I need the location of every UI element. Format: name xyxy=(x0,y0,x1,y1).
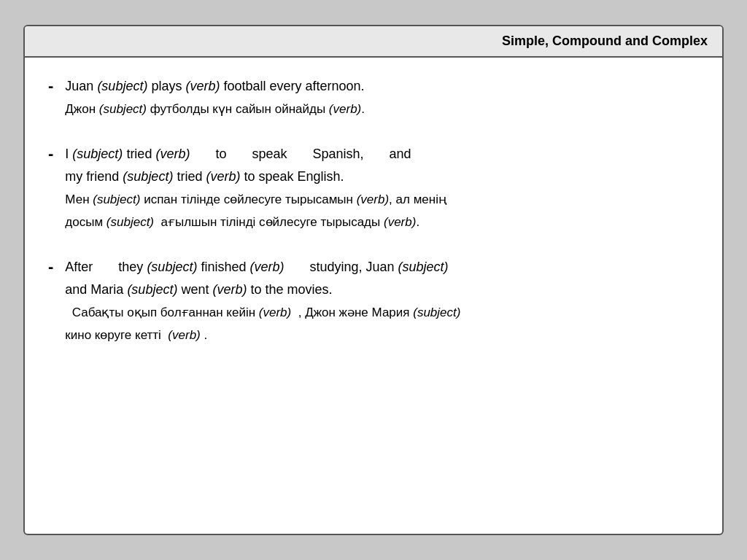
sentence-1-english-line-1: Juan (subject) plays (verb) football eve… xyxy=(65,75,699,98)
card-body: - Juan (subject) plays (verb) football e… xyxy=(25,58,722,366)
sentence-3-translation-line-1: Сабақты оқып болғаннан кейін (verb) , Дж… xyxy=(65,303,699,324)
page-title: Simple, Compound and Complex xyxy=(502,34,708,48)
sentence-block-3: - After they (subject) finished (verb) s… xyxy=(48,256,699,349)
bullet-1: - xyxy=(48,74,53,98)
sentence-row-2-english: - I (subject) tried (verb) to speak Span… xyxy=(48,143,699,233)
sentence-row-1-english: - Juan (subject) plays (verb) football e… xyxy=(48,75,699,120)
sentence-3-english-line-2: and Maria (subject) went (verb) to the m… xyxy=(65,279,699,301)
card-header: Simple, Compound and Complex xyxy=(25,26,722,58)
sentence-3-translation-line-2: кино көруге кетті (verb) . xyxy=(65,325,699,346)
sentence-block-2: - I (subject) tried (verb) to speak Span… xyxy=(48,143,699,236)
sentence-2-english-line-1: I (subject) tried (verb) to speak Spanis… xyxy=(65,143,699,166)
bullet-2: - xyxy=(48,141,53,166)
sentence-content-3: After they (subject) finished (verb) stu… xyxy=(65,256,699,346)
sentence-content-1: Juan (subject) plays (verb) football eve… xyxy=(65,75,699,120)
sentence-2-english-line-2: my friend (subject) tried (verb) to spea… xyxy=(65,166,699,188)
sentence-content-2: I (subject) tried (verb) to speak Spanis… xyxy=(65,143,699,233)
bullet-3: - xyxy=(48,254,53,279)
sentence-1-translation-line-1: Джон (subject) футболды күн сайын ойнайд… xyxy=(65,99,699,120)
main-card: Simple, Compound and Complex - Juan (sub… xyxy=(23,25,724,535)
sentence-2-translation-line-2: досым (subject) ағылшын тілінді сөйлесуг… xyxy=(65,212,699,233)
sentence-2-translation-line-1: Мен (subject) испан тілінде сөйлесуге ты… xyxy=(65,190,699,211)
sentence-block-1: - Juan (subject) plays (verb) football e… xyxy=(48,75,699,122)
sentence-3-english-line-1: After they (subject) finished (verb) stu… xyxy=(65,256,699,279)
sentence-row-3-english: - After they (subject) finished (verb) s… xyxy=(48,256,699,346)
